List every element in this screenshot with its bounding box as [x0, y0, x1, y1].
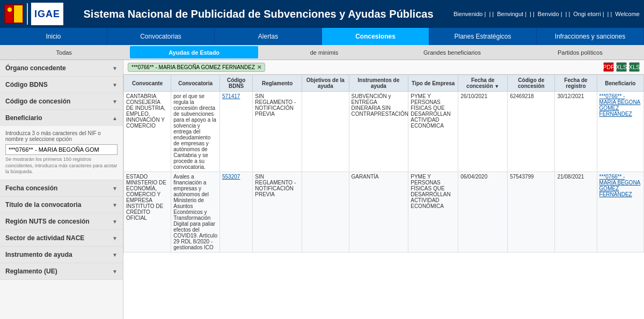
- beneficiario-hint2: Se mostrarán los primeros 150 registros …: [5, 157, 118, 175]
- igae-logo: IGAE: [31, 3, 63, 25]
- sidebar-beneficiario-label: Beneficiario: [5, 114, 42, 122]
- cell-reglamento: SIN REGLAMENTO - NOTIFICACIÓN PREVIA: [253, 92, 302, 172]
- chevron-down-icon: ▼: [112, 235, 118, 241]
- sidebar-fecha-header[interactable]: Fecha concesión ▼: [0, 180, 123, 196]
- cell-convocatoria: Avales a financiación a empresas y autón…: [171, 172, 220, 253]
- cell-beneficiario[interactable]: ***0766** - MARIA BEGONA GOMEZ FERNANDEZ: [597, 92, 643, 172]
- col-codigo-bdns: Código BDNS: [219, 75, 252, 92]
- sidebar-fecha-concesion: Fecha concesión ▼: [0, 180, 123, 197]
- chevron-down-icon: ▼: [112, 202, 118, 208]
- sidebar-organo-header[interactable]: Órgano concedente ▼: [0, 60, 123, 76]
- results-table: Convocante Convocatoria Código BDNS Regl…: [123, 75, 644, 253]
- sidebar-titulo-convocatoria: Título de la convocatoria ▼: [0, 197, 123, 213]
- main-nav: Inicio Convocatorias Alertas Concesiones…: [0, 28, 644, 45]
- sidebar-beneficiario: Beneficiario ▲ Introduzca 3 o más caract…: [0, 110, 123, 180]
- sidebar-codigo-concesion: Código de concesión ▼: [0, 93, 123, 110]
- chevron-down-icon: ▼: [112, 186, 118, 191]
- main-content: ***0766** - MARIA BEGOÑA GOMEZ FERNANDEZ…: [123, 60, 644, 319]
- col-objetivos: Objetivos de la ayuda: [302, 75, 349, 92]
- col-instrumentos: Instrumentos de ayuda: [349, 75, 408, 92]
- col-codigo-concesion: Código de concesión: [508, 75, 555, 92]
- sidebar-concesion-label: Código de concesión: [5, 98, 70, 105]
- subnav-de-minimis[interactable]: de minimis: [260, 45, 388, 60]
- sidebar-sector-nace: Sector de actividad NACE ▼: [0, 230, 123, 247]
- gov-logo: [4, 4, 24, 24]
- filter-close-button[interactable]: ✕: [257, 64, 261, 70]
- cell-codigo-concesion: 57543799: [508, 172, 555, 253]
- subnav-grandes-beneficiarios[interactable]: Grandes beneficiarios: [388, 45, 516, 60]
- sidebar-bdns-label: Código BDNS: [5, 81, 48, 88]
- chevron-down-icon: ▼: [112, 252, 118, 258]
- lang-benvingut[interactable]: Benvingut: [497, 11, 526, 17]
- svg-rect-2: [14, 5, 23, 23]
- cell-convocatoria: por el que se regula la concesión direct…: [171, 92, 220, 172]
- sidebar-region-header[interactable]: Región NUTS de concesión ▼: [0, 213, 123, 229]
- lang-sep1: |: [489, 11, 494, 17]
- cell-convocante: ESTADO MINISTERIO DE ECONOMÍA, COMERCIO …: [124, 172, 171, 253]
- sidebar-titulo-header[interactable]: Título de la convocatoria ▼: [0, 197, 123, 213]
- subnav-ayudas-estado[interactable]: Ayudas de Estado: [130, 46, 258, 58]
- nav-inicio[interactable]: Inicio: [0, 28, 107, 45]
- lang-sep2: |: [530, 11, 535, 17]
- content-area: Órgano concedente ▼ Código BDNS ▼ Código…: [0, 60, 644, 319]
- sidebar-region-nuts: Región NUTS de concesión ▼: [0, 213, 123, 230]
- sidebar-bdns-header[interactable]: Código BDNS ▼: [0, 77, 123, 93]
- svg-point-3: [8, 8, 12, 12]
- subnav-todas[interactable]: Todas: [0, 45, 128, 60]
- sidebar-sector-header[interactable]: Sector de actividad NACE ▼: [0, 230, 123, 246]
- nav-alertas[interactable]: Alertas: [215, 28, 322, 45]
- lang-sep3: |: [566, 11, 570, 17]
- cell-tipo-empresa: PYME Y PERSONAS FÍSICAS QUE DESARROLLAN …: [408, 172, 458, 253]
- cell-fecha-concesion: 06/04/2020: [458, 172, 508, 253]
- export-xls2-button[interactable]: XLS: [629, 62, 640, 72]
- sidebar-region-label: Región NUTS de concesión: [5, 218, 90, 225]
- cell-instrumentos: SUBVENCIÓN y ENTREGA DINERARIA SIN CONTR…: [349, 92, 408, 172]
- lang-benvido[interactable]: Benvido: [538, 11, 562, 17]
- subnav-partidos-politicos[interactable]: Partidos políticos: [516, 45, 644, 60]
- sidebar-beneficiario-header[interactable]: Beneficiario ▲: [0, 110, 123, 126]
- logos: IGAE: [4, 3, 63, 25]
- export-pdf-button[interactable]: PDF: [603, 62, 614, 72]
- nav-planes[interactable]: Planes Estratégicos: [429, 28, 537, 45]
- results-table-container: Convocante Convocatoria Código BDNS Regl…: [123, 75, 644, 319]
- col-tipo-empresa: Tipo de Empresa: [408, 75, 458, 92]
- sidebar-beneficiario-content: Introduzca 3 o más caracteres del NIF o …: [0, 126, 123, 180]
- nav-convocatorias[interactable]: Convocatorias: [107, 28, 215, 45]
- table-row: CANTABRIA CONSEJERÍA DE INDUSTRIA, EMPLE…: [124, 92, 644, 172]
- sidebar-codigo-bdns: Código BDNS ▼: [0, 77, 123, 93]
- export-xls-button[interactable]: XLS: [616, 62, 627, 72]
- lang-bienvenido[interactable]: Bienvenido: [453, 11, 486, 17]
- sort-icon: ▼: [494, 84, 499, 89]
- sidebar-organo-concedente: Órgano concedente ▼: [0, 60, 123, 77]
- chevron-down-icon: ▼: [112, 65, 118, 71]
- chevron-down-icon: ▼: [112, 82, 118, 88]
- cell-codigo-bdns[interactable]: 553207: [219, 172, 252, 253]
- header: IGAE Sistema Nacional de Publicidad de S…: [0, 0, 644, 28]
- sidebar: Órgano concedente ▼ Código BDNS ▼ Código…: [0, 60, 123, 319]
- lang-sep4: |: [608, 11, 612, 17]
- cell-objetivos: [302, 92, 349, 172]
- nav-concesiones[interactable]: Concesiones: [322, 28, 429, 45]
- beneficiario-input[interactable]: [5, 144, 118, 155]
- chevron-down-icon: ▼: [112, 269, 118, 275]
- table-row: ESTADO MINISTERIO DE ECONOMÍA, COMERCIO …: [124, 172, 644, 253]
- filter-row: ***0766** - MARIA BEGOÑA GOMEZ FERNANDEZ…: [123, 60, 644, 75]
- col-fecha-concesion[interactable]: Fecha de concesión ▼: [458, 75, 508, 92]
- sidebar-titulo-label: Título de la convocatoria: [5, 201, 81, 209]
- cell-codigo-bdns[interactable]: 571417: [219, 92, 252, 172]
- lang-welcome[interactable]: Welcome: [615, 11, 640, 17]
- sidebar-instrumento-header[interactable]: Instrumento de ayuda ▼: [0, 247, 123, 263]
- cell-reglamento: SIN REGLAMENTO - NOTIFICACIÓN PREVIA: [253, 172, 302, 253]
- sidebar-concesion-header[interactable]: Código de concesión ▼: [0, 93, 123, 109]
- language-bar: Bienvenido | Benvingut | Benvido | Ongi …: [453, 11, 640, 17]
- cell-convocante: CANTABRIA CONSEJERÍA DE INDUSTRIA, EMPLE…: [124, 92, 171, 172]
- beneficiario-hint-label: Introduzca 3 o más caracteres del NIF o …: [5, 130, 118, 142]
- col-convocatoria: Convocatoria: [171, 75, 220, 92]
- export-buttons: PDF XLS XLS: [603, 62, 640, 72]
- cell-beneficiario[interactable]: ***0766** - MARIA BEGONA GOMEZ FERNANDEZ: [597, 172, 643, 253]
- nav-infracciones[interactable]: Infracciones y sanciones: [537, 28, 644, 45]
- chevron-up-icon: ▲: [112, 115, 118, 121]
- filter-tag-label: ***0766** - MARIA BEGOÑA GOMEZ FERNANDEZ: [131, 64, 255, 70]
- lang-ongi[interactable]: Ongi etorri: [573, 11, 604, 17]
- sidebar-reglamento-header[interactable]: Reglamento (UE) ▼: [0, 263, 123, 279]
